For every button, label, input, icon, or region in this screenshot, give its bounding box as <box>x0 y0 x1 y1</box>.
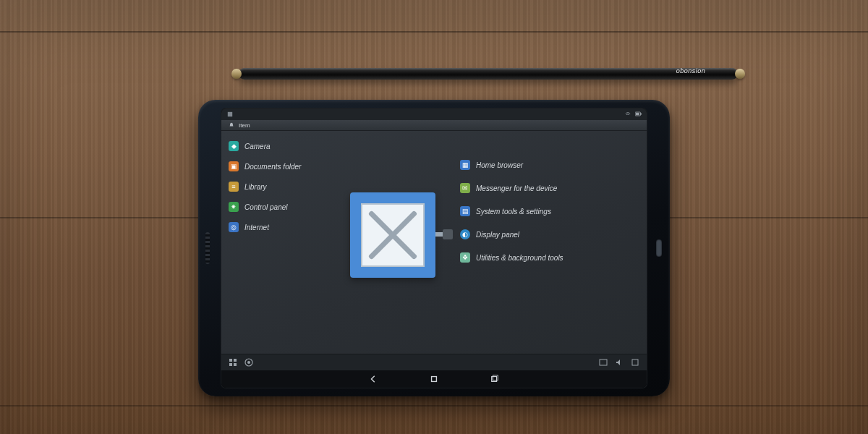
info-item-label: Utilities & background tools <box>476 254 563 262</box>
app-icon: ◎ <box>229 222 239 232</box>
tile-connector <box>435 232 450 237</box>
sidebar-item-internet[interactable]: ◎ Internet <box>229 222 344 232</box>
nav-back-button[interactable] <box>368 374 378 384</box>
svg-rect-0 <box>228 112 232 116</box>
svg-rect-7 <box>234 363 237 366</box>
tray-window-icon[interactable] <box>599 358 608 367</box>
sidebar-item-label: Camera <box>244 142 271 150</box>
sidebar-item-label: Internet <box>244 224 269 231</box>
stylus-pen <box>239 68 738 80</box>
globe-icon: ◐ <box>460 229 470 239</box>
svg-rect-13 <box>492 377 497 382</box>
svg-rect-14 <box>493 375 498 380</box>
info-item-system-tools[interactable]: ▤ System tools & settings <box>460 206 563 216</box>
info-item-label: Messenger for the device <box>476 184 557 192</box>
svg-point-9 <box>247 361 250 364</box>
svg-rect-3 <box>636 113 639 115</box>
nav-home-button[interactable] <box>429 374 439 384</box>
window-icon: ▦ <box>460 160 470 170</box>
info-list: ▦ Home browser ✉ Messenger for the devic… <box>460 160 563 263</box>
tablet-device: Item ◆ Camera ▣ Documents folder ≡ Libra… <box>198 100 670 396</box>
tag-icon: ≡ <box>229 182 239 192</box>
tablet-screen: Item ◆ Camera ▣ Documents folder ≡ Libra… <box>221 109 647 388</box>
info-item-label: Home browser <box>476 161 523 169</box>
task-bar <box>221 354 647 370</box>
side-home-button[interactable] <box>656 239 662 257</box>
info-item-utilities[interactable]: ❖ Utilities & background tools <box>460 252 563 263</box>
sidebar-item-label: Documents folder <box>244 163 301 171</box>
folder-icon: ▣ <box>229 161 239 171</box>
sidebar-item-camera[interactable]: ◆ Camera <box>229 141 344 151</box>
window-title-bar: Item <box>221 120 647 131</box>
sidebar-item-documents[interactable]: ▣ Documents folder <box>229 161 344 171</box>
android-nav-bar <box>221 370 647 388</box>
info-item-label: Display panel <box>476 231 519 239</box>
calendar-icon: ▤ <box>460 206 470 216</box>
shield-icon: ❖ <box>460 252 470 263</box>
svg-rect-12 <box>432 377 437 382</box>
svg-rect-11 <box>632 359 638 365</box>
window-title: Item <box>239 122 250 129</box>
status-bar <box>221 109 647 120</box>
svg-rect-4 <box>229 359 232 362</box>
start-menu-icon[interactable] <box>229 358 237 367</box>
svg-rect-6 <box>229 363 232 366</box>
info-item-display-panel[interactable]: ◐ Display panel <box>460 229 563 239</box>
sidebar-item-library[interactable]: ≡ Library <box>229 182 344 192</box>
wifi-icon <box>625 111 631 117</box>
sidebar-item-label: Control panel <box>244 203 287 211</box>
speaker-grille <box>205 232 210 264</box>
svg-rect-2 <box>641 113 642 115</box>
tray-more-icon[interactable] <box>631 358 639 367</box>
info-item-messenger[interactable]: ✉ Messenger for the device <box>460 183 563 193</box>
info-item-label: System tools & settings <box>476 208 551 216</box>
close-icon <box>361 203 425 267</box>
svg-rect-10 <box>600 359 607 365</box>
info-item-home-browser[interactable]: ▦ Home browser <box>460 160 563 170</box>
diamond-icon: ◆ <box>229 141 239 151</box>
battery-icon <box>635 111 641 117</box>
desk-surface: obonsion Item <box>0 0 868 434</box>
tray-sound-icon[interactable] <box>615 358 624 367</box>
sidebar-item-label: Library <box>244 183 267 191</box>
work-area: ◆ Camera ▣ Documents folder ≡ Library ✷ … <box>221 131 647 354</box>
sidebar-item-control-panel[interactable]: ✷ Control panel <box>229 202 344 212</box>
chat-icon: ✉ <box>460 183 470 193</box>
browser-icon[interactable] <box>244 358 253 367</box>
nav-recent-button[interactable] <box>490 374 500 384</box>
svg-rect-5 <box>234 359 237 362</box>
status-app-icon <box>227 111 233 117</box>
bell-icon <box>229 122 234 128</box>
gear-icon: ✷ <box>229 202 239 212</box>
sidebar: ◆ Camera ▣ Documents folder ≡ Library ✷ … <box>221 131 352 354</box>
close-tile[interactable] <box>350 192 435 278</box>
